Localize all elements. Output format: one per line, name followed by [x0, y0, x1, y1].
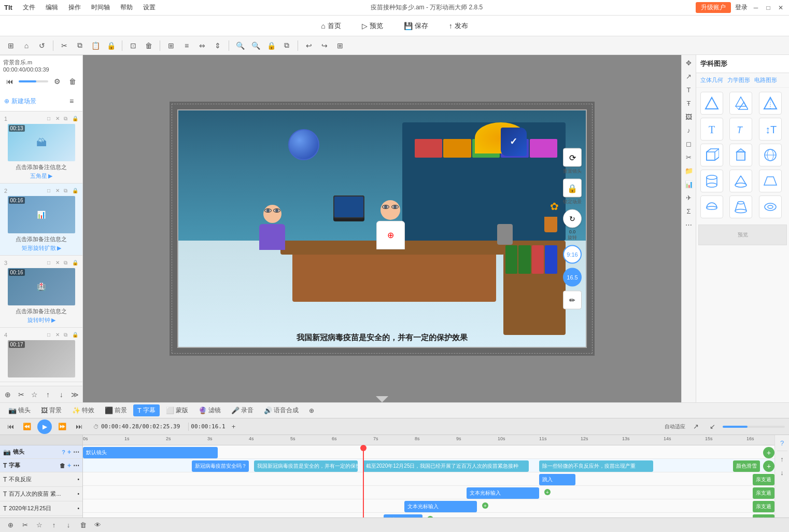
scene-lock-4[interactable]: 🔒	[72, 332, 79, 339]
audio-delete-btn[interactable]: 🗑	[66, 75, 79, 88]
dec25-change-btn[interactable]: 亲支遁	[753, 501, 774, 512]
tl-fwd-btn[interactable]: ⏭	[73, 421, 85, 433]
scene-copy-2[interactable]: ⧉	[64, 188, 71, 195]
scene-eye-2[interactable]: □	[47, 188, 54, 195]
lock-scene-btn[interactable]: 🔒 锁定场景	[563, 179, 582, 205]
tab-filter[interactable]: 🔮 滤镜	[194, 404, 225, 416]
menu-timeline[interactable]: 时间轴	[89, 2, 112, 13]
track-lens-header[interactable]: 📷 镜头 ? + ⋯	[0, 445, 82, 459]
shape-cube2[interactable]	[729, 144, 752, 166]
back-btn[interactable]: ↩	[302, 39, 316, 52]
tab-record[interactable]: 🎤 录音	[227, 404, 258, 416]
clip-subtitle-4[interactable]: 除一些轻微的不良反应外，疫苗出现产重	[539, 460, 653, 472]
rt-more2-icon[interactable]: ⋯	[683, 219, 695, 230]
track-lens-add[interactable]: +	[67, 449, 71, 456]
cat-solid-geometry[interactable]: 立体几何	[700, 76, 723, 84]
lock-btn[interactable]: 🔒	[104, 39, 118, 52]
audio-prev-btn[interactable]: ⏮	[3, 75, 17, 88]
scene-item-4[interactable]: 4 □ ✕ ⧉ 🔒 00:17	[0, 328, 82, 382]
shape-text-T3[interactable]: ↕T	[759, 118, 782, 141]
timeline-zoom-slider[interactable]	[723, 426, 785, 428]
new-scene-btn[interactable]: ⊕ 新建场景	[4, 97, 36, 106]
scene-item-2[interactable]: 2 □ ✕ ⧉ 🔒 00:16 📊 点击添加备注信息之 矩形旋转扩散 ▶	[0, 184, 82, 256]
scene-copy-1[interactable]: ⧉	[64, 116, 71, 123]
reset-lens-btn[interactable]: ⟳ 重置镜头	[563, 148, 582, 175]
scene-eye-4[interactable]: □	[47, 332, 54, 339]
dec25-add-btn[interactable]: +	[482, 502, 488, 509]
tb-change-btn[interactable]: 亲支遁	[753, 514, 774, 517]
zoom-out-btn[interactable]: 🔍	[249, 39, 262, 52]
tab-tts[interactable]: 🔊 语音合成	[260, 404, 303, 416]
rt-plane-icon[interactable]: ✈	[683, 192, 695, 203]
scene-del-2[interactable]: ✕	[55, 188, 63, 195]
tl-bottom-down[interactable]: ↓	[62, 519, 75, 531]
clip-bad-reaction[interactable]: 跳入	[539, 474, 575, 485]
tl-bottom-trash[interactable]: 🗑	[77, 519, 89, 531]
ratio-btn[interactable]: 9:16	[563, 245, 582, 264]
rt-text-icon[interactable]: T	[683, 84, 695, 95]
close-btn[interactable]: ✕	[777, 4, 785, 12]
group-btn[interactable]: ⊡	[126, 39, 140, 52]
track-lens-help[interactable]: ?	[62, 449, 65, 455]
clip-subtitle-3[interactable]: 截至2020年12月25日，我国已经开展了近百万人次的疫苗紧急接种	[363, 460, 529, 472]
rt-select-icon[interactable]: ↗	[683, 71, 695, 82]
track-subtitle-more[interactable]: ⋯	[73, 462, 79, 469]
shape-sphere[interactable]	[759, 144, 782, 166]
rt-text2-icon[interactable]: Ŧ	[683, 97, 695, 109]
menu-operate[interactable]: 操作	[66, 2, 83, 13]
minimize-btn[interactable]: ─	[752, 4, 760, 12]
maximize-btn[interactable]: □	[764, 4, 772, 12]
tb-add-btn[interactable]: +	[427, 516, 433, 517]
shape-text-T2[interactable]: T	[729, 118, 752, 141]
align-btn[interactable]: ⊞	[164, 39, 178, 52]
menu-edit[interactable]: 编辑	[44, 2, 60, 13]
tl-step-back-btn[interactable]: ⏪	[21, 421, 33, 433]
distribute-btn[interactable]: ≡	[180, 39, 193, 52]
audio-slider[interactable]	[19, 80, 48, 82]
track-subtitle-header[interactable]: T 字幕 🗑 + ⋯	[0, 459, 82, 472]
rotate-dial[interactable]: ↻	[563, 209, 582, 228]
tl-step-fwd-btn[interactable]: ⏩	[56, 421, 68, 433]
scene-del-3[interactable]: ✕	[55, 260, 63, 267]
menu-help[interactable]: 帮助	[118, 2, 135, 13]
track-d25-more[interactable]: •	[77, 506, 79, 511]
canvas-inner[interactable]: ✓	[177, 109, 587, 348]
menu-settings[interactable]: 设置	[141, 2, 158, 13]
tab-more[interactable]: ⊕	[305, 405, 318, 416]
color-btn[interactable]: 颜色滑雪	[733, 460, 760, 472]
scene-copy-3[interactable]: ⧉	[64, 260, 71, 267]
login-btn[interactable]: 登录	[735, 3, 748, 12]
subtitle-add-btn[interactable]: +	[763, 460, 774, 472]
tl-export-btn[interactable]: ↗	[689, 421, 702, 433]
rt-image-icon[interactable]: 🖼	[683, 111, 695, 122]
tab-bg[interactable]: 🖼 背景	[37, 404, 66, 416]
timeline-content[interactable]: 0s 1s 2s 3s 4s 5s 6s 7s 8s 9s 10s 11s 12…	[83, 435, 774, 517]
speed-btn[interactable]: 16.5	[563, 268, 582, 287]
upgrade-btn[interactable]: 升级账户	[696, 2, 731, 13]
tl-bottom-star[interactable]: ☆	[33, 519, 46, 531]
cut-btn[interactable]: ✂	[58, 39, 71, 52]
scene-lock-1[interactable]: 🔒	[72, 116, 79, 123]
track-dec25[interactable]: T 2020年12月25日 •	[0, 501, 82, 516]
tab-effect[interactable]: ✨ 特效	[68, 404, 98, 416]
scene-down-btn[interactable]: ↓	[55, 388, 67, 401]
rt-sigma-icon[interactable]: Σ	[683, 205, 695, 217]
track-subtitle-add[interactable]: +	[67, 462, 71, 469]
tab-lens[interactable]: 📷 镜头	[4, 404, 35, 416]
scene-copy-4[interactable]: ⧉	[64, 332, 71, 339]
scene-star-btn[interactable]: ☆	[29, 388, 40, 401]
scene-item-3[interactable]: 3 □ ✕ ⧉ 🔒 00:16 🏥 点击添加备注信息之 旋转时钟 ▶	[0, 256, 82, 328]
shape-triangle[interactable]	[700, 92, 723, 115]
scene-list-btn[interactable]: ≡	[65, 94, 78, 108]
tl-play-btn[interactable]: ▶	[37, 419, 52, 434]
scene-eye-3[interactable]: □	[47, 260, 54, 267]
track-mv-more[interactable]: •	[77, 491, 79, 497]
scene-lock-3[interactable]: 🔒	[72, 260, 79, 267]
shape-cone[interactable]	[729, 170, 752, 192]
track-subtitle-del[interactable]: 🗑	[60, 463, 65, 469]
cursor-time-plus[interactable]: +	[228, 421, 240, 433]
more-btn[interactable]: ⊞	[333, 39, 347, 52]
shape-text-T[interactable]: T	[700, 118, 723, 141]
tl-back-btn[interactable]: ⏮	[4, 421, 17, 433]
home2-btn[interactable]: ⌂	[20, 39, 33, 52]
